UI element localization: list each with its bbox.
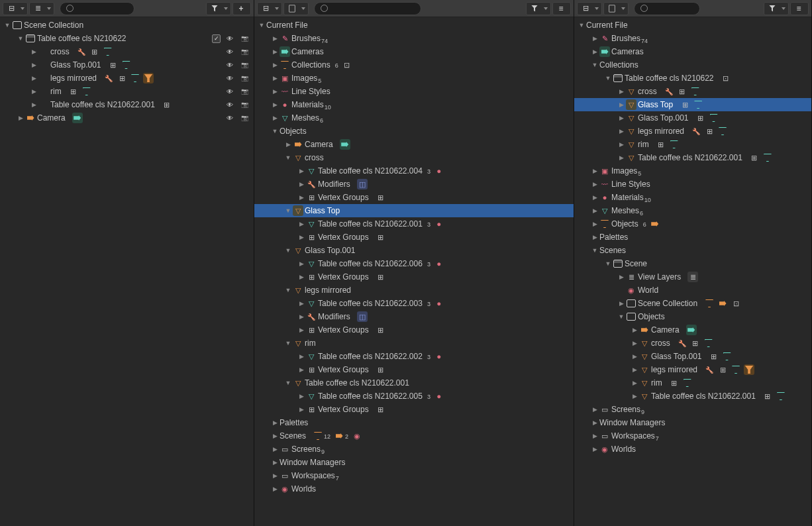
tree-row[interactable]: ▼Scenes <box>574 244 811 257</box>
visibility-icon[interactable] <box>225 60 235 70</box>
camera-data-icon[interactable] <box>340 139 350 150</box>
tree-row[interactable]: ▶Table coffee cls N210622.0053 <box>254 390 574 403</box>
visibility-icon[interactable] <box>225 73 235 83</box>
tree-row[interactable]: ▶Window Managers <box>574 416 811 429</box>
display-mode-dropdown[interactable] <box>603 2 629 15</box>
material-slot-icon[interactable] <box>744 364 754 375</box>
vertex-group-icon[interactable] <box>677 86 687 97</box>
material-icon[interactable] <box>434 391 444 401</box>
tree-row[interactable]: ▶Table coffee cls N210622.001 <box>0 98 254 111</box>
modifier-icon[interactable] <box>664 86 674 97</box>
material-slot-icon[interactable] <box>762 152 773 163</box>
vertex-group-icon[interactable] <box>680 99 690 110</box>
tree-row[interactable]: ▶Screens9 <box>574 403 811 416</box>
tree-row[interactable]: ▶Worlds <box>254 482 574 496</box>
disclosure-triangle[interactable]: ▶ <box>617 127 626 136</box>
modifier-icon[interactable] <box>103 73 114 83</box>
tree-row[interactable]: ▶legs mirrored <box>0 72 254 85</box>
display-icon[interactable] <box>731 298 741 309</box>
search-field[interactable] <box>314 2 421 15</box>
tree-row[interactable]: ▶Table coffee cls N210622.0033 <box>254 297 574 310</box>
disclosure-triangle[interactable]: ▼ <box>283 378 293 388</box>
enable-checkbox[interactable] <box>212 34 221 43</box>
material-slot-icon[interactable] <box>669 139 680 150</box>
tree-row[interactable]: ▶Workspaces7 <box>254 469 574 482</box>
material-icon[interactable] <box>434 258 444 269</box>
options-button[interactable] <box>790 2 809 15</box>
vertex-group-icon[interactable] <box>376 404 386 415</box>
disclosure-triangle[interactable]: ▶ <box>29 100 38 109</box>
display-mode-dropdown[interactable] <box>283 2 309 15</box>
render-visibility-icon[interactable] <box>239 46 250 57</box>
tree-row[interactable]: ▶Vertex Groups <box>254 403 574 416</box>
disclosure-triangle[interactable]: ▼ <box>577 21 586 30</box>
tree-row[interactable]: ▼Current File <box>574 19 811 32</box>
vertex-group-icon[interactable] <box>709 351 719 362</box>
disclosure-triangle[interactable]: ▶ <box>590 180 599 189</box>
tree-row[interactable]: ▶Meshes6 <box>254 111 574 125</box>
tree-row[interactable]: ▶Table coffee cls N210622.0013 <box>254 217 574 231</box>
new-collection-button[interactable] <box>232 2 251 15</box>
tree-row[interactable]: ▶Materials10 <box>254 98 574 111</box>
search-field[interactable] <box>60 2 134 15</box>
disclosure-triangle[interactable]: ▶ <box>283 140 293 149</box>
tree-row[interactable]: ▼Current File <box>254 19 574 32</box>
disclosure-triangle[interactable]: ▼ <box>3 21 12 30</box>
tree-row[interactable]: ▶legs mirrored <box>574 363 811 376</box>
disclosure-triangle[interactable]: ▼ <box>283 286 293 295</box>
disclosure-triangle[interactable]: ▶ <box>590 431 599 441</box>
disclosure-triangle[interactable]: ▶ <box>270 113 279 123</box>
material-slot-icon[interactable] <box>143 73 154 83</box>
disclosure-triangle[interactable]: ▶ <box>630 339 639 348</box>
disclosure-triangle[interactable]: ▶ <box>590 405 599 414</box>
tree-row[interactable]: ▶Scenes122 <box>254 429 574 443</box>
disclosure-triangle[interactable]: ▶ <box>270 60 279 70</box>
disclosure-triangle[interactable]: ▼ <box>603 259 613 268</box>
disclosure-triangle[interactable]: ▶ <box>590 219 599 229</box>
world-icon[interactable] <box>352 431 362 441</box>
disclosure-triangle[interactable]: ▶ <box>16 113 25 123</box>
tree-row[interactable]: ▶Worlds <box>574 443 811 456</box>
disclosure-triangle[interactable]: ▶ <box>297 405 306 414</box>
tree-row[interactable]: ▶Vertex Groups <box>254 270 574 284</box>
tree-row[interactable]: ▶Glass Top.001 <box>574 111 811 125</box>
render-visibility-icon[interactable] <box>239 99 250 110</box>
tree-row[interactable]: ▶Modifiers <box>254 178 574 191</box>
render-visibility-icon[interactable] <box>239 113 250 123</box>
vertex-group-icon[interactable] <box>669 378 680 388</box>
disclosure-triangle[interactable]: ▶ <box>617 113 626 123</box>
material-slot-icon[interactable] <box>81 86 92 97</box>
editor-type-dropdown[interactable] <box>3 2 28 15</box>
material-slot-icon[interactable] <box>103 46 113 57</box>
tree-row[interactable]: ▶cross <box>574 85 811 98</box>
disclosure-triangle[interactable]: ▶ <box>270 34 279 43</box>
disclosure-triangle[interactable]: ▶ <box>270 431 279 441</box>
vertex-group-icon[interactable] <box>89 46 100 57</box>
tree-row[interactable]: ▶rim <box>0 85 254 98</box>
disclosure-triangle[interactable]: ▶ <box>297 352 306 361</box>
disclosure-triangle[interactable]: ▼ <box>283 246 293 255</box>
material-slot-icon[interactable] <box>130 73 140 83</box>
tree-row[interactable]: ▶Workspaces7 <box>574 429 811 443</box>
vertex-group-icon[interactable] <box>376 364 386 375</box>
vertex-group-icon[interactable] <box>376 325 386 335</box>
tree-row[interactable]: ▶Glass Top <box>574 98 811 111</box>
disclosure-triangle[interactable]: ▼ <box>270 127 279 136</box>
tree-row[interactable]: ▼Table coffee cls N210622 <box>0 32 254 45</box>
filter-dropdown[interactable] <box>206 2 231 15</box>
tree-row[interactable]: ▶Table coffee cls N210622.001 <box>574 151 811 164</box>
disclosure-triangle[interactable]: ▶ <box>270 47 279 56</box>
tree-row[interactable]: ▶Materials10 <box>574 191 811 204</box>
disclosure-triangle[interactable]: ▶ <box>270 445 279 454</box>
material-slot-icon[interactable] <box>776 391 786 401</box>
material-slot-icon[interactable] <box>722 351 733 362</box>
material-icon[interactable] <box>434 219 444 229</box>
disclosure-triangle[interactable]: ▶ <box>617 87 626 96</box>
tree-row[interactable]: ▼Scene <box>574 257 811 270</box>
visibility-icon[interactable] <box>225 99 235 110</box>
vertex-group-icon[interactable] <box>704 126 715 136</box>
vertex-group-icon[interactable] <box>762 391 773 401</box>
tree-row[interactable]: ▼Objects <box>254 125 574 138</box>
tree-row[interactable]: ▶Glass Top.001 <box>574 350 811 363</box>
tree-row[interactable]: ▶legs mirrored <box>574 125 811 138</box>
